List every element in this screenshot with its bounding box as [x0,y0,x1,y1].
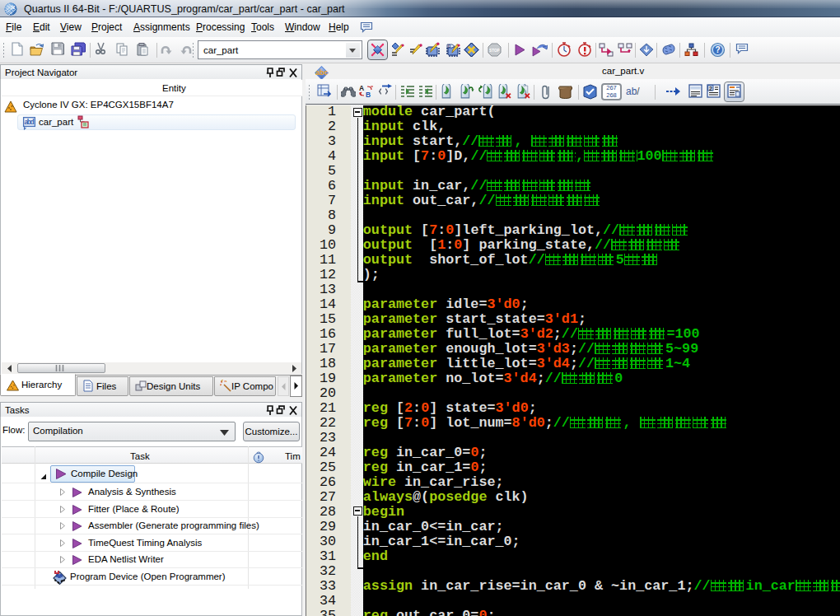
svg-text:abc: abc [315,68,328,77]
svg-text:STOP: STOP [489,49,499,53]
svg-text:2: 2 [709,86,712,91]
svg-text:A: A [359,84,364,92]
svg-text:abd: abd [25,118,35,126]
svg-text:B: B [366,91,371,99]
svg-text:II: II [10,5,15,10]
svg-text:?: ? [716,45,721,54]
